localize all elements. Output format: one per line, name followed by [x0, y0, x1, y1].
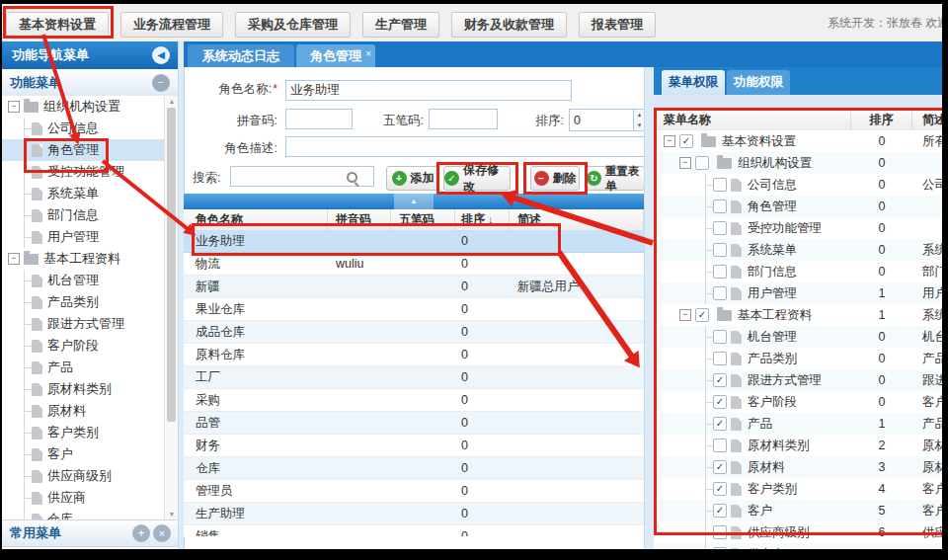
sidebar-item-16[interactable]: 客户 [2, 443, 164, 465]
checkbox-unchecked[interactable] [713, 178, 727, 192]
sidebar-item-19[interactable]: 仓库 [2, 509, 164, 520]
permission-row-10[interactable]: 产品类别0产品类 [654, 348, 942, 369]
sidebar-item-3[interactable]: 受控功能管理 [2, 161, 164, 183]
tab-system-log[interactable]: 系统动态日志 [188, 44, 294, 67]
table-row-12[interactable]: 生产助理0 [184, 503, 644, 525]
checkbox-unchecked[interactable] [713, 439, 727, 452]
table-row-1[interactable]: 物流wuliu0 [184, 253, 644, 276]
checkbox-unchecked[interactable] [713, 286, 727, 300]
table-row-11[interactable]: 管理员0 [184, 480, 644, 503]
checkbox-checked[interactable]: ✓ [713, 395, 727, 409]
permission-row-2[interactable]: 公司信息0公司信 [654, 174, 942, 196]
permission-row-1[interactable]: −组织机构设置0 [654, 152, 942, 174]
table-row-5[interactable]: 原料仓库0 [184, 344, 644, 366]
sidebar-item-13[interactable]: 原材料类别 [2, 378, 164, 400]
checkbox-checked[interactable]: ✓ [713, 417, 727, 431]
permission-row-14[interactable]: 原材料类别2原材料 [654, 435, 942, 456]
reset-button[interactable]: ↻ 重置表单 [586, 166, 645, 191]
table-row-13[interactable]: 销售0 [184, 525, 644, 536]
tab-function-permission[interactable]: 功能权限 [727, 70, 790, 95]
add-button[interactable]: + 添加 [386, 166, 439, 191]
permission-row-11[interactable]: ✓跟进方式管理0跟进方 [654, 369, 942, 391]
permission-row-6[interactable]: 部门信息0部门信 [654, 261, 942, 282]
scroll-down-icon[interactable]: ▼ [165, 511, 179, 518]
table-row-2[interactable]: 新疆0新疆总用户 [184, 276, 644, 298]
checkbox-unchecked[interactable] [713, 243, 727, 257]
search-icon[interactable] [347, 172, 357, 183]
tab-close-icon[interactable]: × [365, 42, 371, 65]
sidebar-item-4[interactable]: 系统菜单 [2, 183, 164, 204]
sidebar-item-8[interactable]: 机台管理 [2, 270, 164, 291]
permission-row-7[interactable]: 用户管理1用户及 [654, 282, 942, 304]
role-desc-input[interactable] [285, 136, 645, 157]
top-menu-item-4[interactable]: 财务及收款管理 [451, 12, 567, 38]
checkbox-checked[interactable]: ✓ [713, 373, 727, 387]
table-row-8[interactable]: 品管0 [184, 412, 644, 435]
save-button[interactable]: ✓ 保存修改 [443, 166, 511, 191]
checkbox-unchecked[interactable] [713, 200, 727, 213]
tab-role-management[interactable]: 角色管理 × [296, 44, 375, 67]
sidebar-item-10[interactable]: 跟进方式管理 [2, 313, 164, 335]
permission-row-18[interactable]: 供应商级别6供应商 [654, 521, 942, 543]
table-row-6[interactable]: 工厂0 [184, 366, 644, 389]
role-name-input[interactable] [285, 80, 572, 101]
permission-row-13[interactable]: ✓产品1产品管 [654, 413, 942, 435]
permission-row-5[interactable]: 系统菜单0系统菜 [654, 239, 942, 261]
permission-row-17[interactable]: ✓客户5客户管 [654, 500, 942, 521]
permission-row-16[interactable]: ✓客户类别4客户类 [654, 478, 942, 500]
permission-row-12[interactable]: ✓客户阶段0客户阶 [654, 391, 942, 413]
permission-row-8[interactable]: −✓基本工程资料1系统用 [654, 304, 942, 326]
tree-collapse-icon[interactable]: − [8, 101, 20, 113]
col-desc[interactable]: 简述 [510, 209, 644, 230]
permission-row-9[interactable]: 机台管理0机台管 [654, 326, 942, 348]
scroll-up-icon[interactable]: ▲ [165, 98, 179, 105]
scrollbar-thumb[interactable] [167, 108, 176, 422]
top-menu-item-3[interactable]: 生产管理 [362, 12, 439, 38]
col-sort[interactable]: 排序↓ [455, 209, 510, 230]
permission-row-3[interactable]: 角色管理0 [654, 196, 942, 217]
permission-row-15[interactable]: ✓原材料3原材料 [654, 456, 942, 478]
sidebar-minimize-icon[interactable]: − [152, 74, 170, 92]
checkbox-checked[interactable]: ✓ [679, 134, 693, 148]
checkbox-unchecked[interactable] [713, 265, 727, 279]
top-menu-item-5[interactable]: 报表管理 [579, 12, 656, 38]
tree-collapse-icon[interactable]: − [679, 157, 691, 169]
sidebar-item-6[interactable]: 用户管理 [2, 226, 164, 248]
table-row-3[interactable]: 果业仓库0 [184, 298, 644, 321]
checkbox-unchecked[interactable] [713, 352, 727, 365]
top-menu-item-2[interactable]: 采购及仓库管理 [235, 12, 351, 38]
checkbox-checked[interactable]: ✓ [695, 308, 709, 322]
checkbox-unchecked[interactable] [713, 221, 727, 235]
sidebar-item-5[interactable]: 部门信息 [2, 204, 164, 226]
tree-collapse-icon[interactable]: − [679, 309, 691, 321]
tree-collapse-icon[interactable]: − [8, 253, 20, 265]
permission-row-4[interactable]: 受控功能管理0 [654, 217, 942, 239]
checkbox-checked[interactable]: ✓ [713, 504, 727, 518]
delete-button[interactable]: − 删除 [530, 166, 580, 191]
checkbox-unchecked[interactable] [695, 156, 709, 170]
col-wubi[interactable]: 五笔码 [391, 209, 455, 230]
table-row-9[interactable]: 财务0 [184, 435, 644, 457]
checkbox-checked[interactable]: ✓ [713, 460, 727, 474]
sidebar-item-2[interactable]: 角色管理 [2, 139, 164, 161]
col-menu-desc[interactable]: 简述 [912, 109, 942, 130]
table-row-7[interactable]: 采购0 [184, 389, 644, 412]
sidebar-item-0[interactable]: −组织机构设置 [2, 96, 164, 118]
sidebar-scrollbar[interactable]: ▲ ▼ [164, 96, 179, 520]
clear-favorite-icon[interactable]: × [153, 524, 171, 542]
checkbox-checked[interactable]: ✓ [713, 482, 727, 496]
col-pinyin[interactable]: 拼音码 [328, 209, 391, 230]
table-row-0[interactable]: 业务助理0 [184, 230, 644, 253]
sidebar-item-1[interactable]: 公司信息 [2, 118, 164, 139]
top-menu-item-1[interactable]: 业务流程管理 [120, 12, 223, 38]
checkbox-unchecked[interactable] [713, 525, 727, 539]
table-row-10[interactable]: 仓库0 [184, 457, 644, 480]
sort-input[interactable] [570, 110, 633, 130]
sidebar-item-11[interactable]: 客户阶段 [2, 335, 164, 357]
sidebar-item-9[interactable]: 产品类别 [2, 291, 164, 313]
tab-menu-permission[interactable]: 菜单权限 [662, 70, 725, 95]
splitter-collapse-icon[interactable]: ▲ [394, 194, 434, 209]
col-menu-name[interactable]: 菜单名称 [654, 109, 851, 130]
checkbox-unchecked[interactable] [713, 330, 727, 344]
sidebar-item-18[interactable]: 供应商 [2, 487, 164, 509]
